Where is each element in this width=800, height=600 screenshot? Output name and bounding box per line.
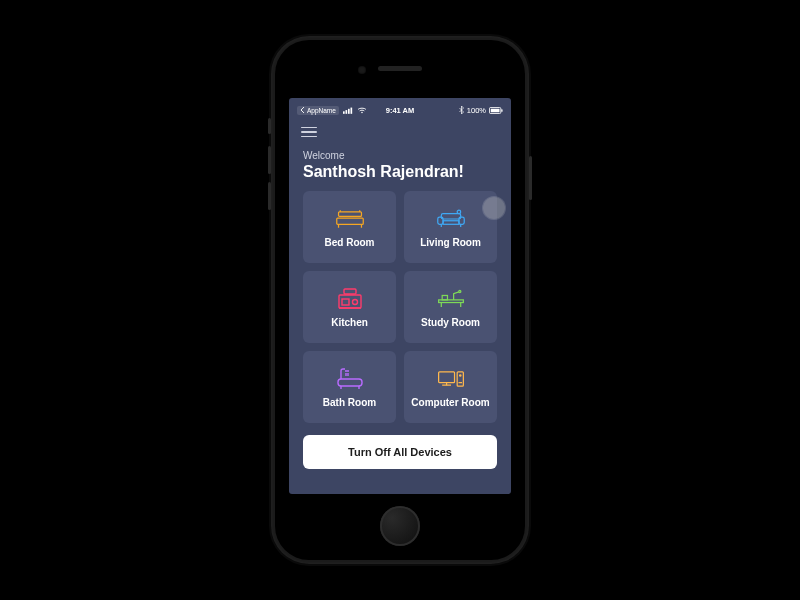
volume-up-button: [268, 146, 271, 174]
svg-rect-0: [343, 111, 345, 114]
status-time: 9:41 AM: [386, 106, 414, 115]
svg-point-4: [361, 111, 363, 113]
front-camera: [358, 66, 366, 74]
welcome-header: Welcome Santhosh Rajendran!: [289, 146, 511, 191]
svg-rect-31: [338, 379, 362, 386]
battery-percent: 100%: [467, 106, 486, 115]
svg-point-40: [459, 374, 460, 375]
turn-off-all-button[interactable]: Turn Off All Devices: [303, 435, 497, 469]
computer-icon: [436, 367, 466, 391]
welcome-label: Welcome: [303, 150, 497, 161]
wifi-icon: [357, 107, 367, 114]
room-label: Bath Room: [323, 397, 376, 408]
home-button[interactable]: [380, 506, 420, 546]
sensor-bar: [283, 48, 517, 88]
bath-icon: [335, 367, 365, 391]
svg-rect-24: [344, 289, 356, 294]
room-tile-study-room[interactable]: Study Room: [404, 271, 497, 343]
cell-signal-icon: [343, 107, 353, 114]
rooms-grid: Bed Room: [289, 191, 511, 423]
bluetooth-icon: [459, 106, 464, 114]
svg-rect-22: [342, 299, 349, 305]
svg-rect-9: [336, 218, 362, 224]
room-tile-kitchen[interactable]: Kitchen: [303, 271, 396, 343]
svg-rect-2: [348, 108, 350, 113]
svg-rect-17: [443, 220, 459, 224]
app-screen: AppName 9:41 AM: [289, 98, 511, 494]
svg-rect-36: [438, 371, 454, 382]
earpiece-speaker: [378, 66, 422, 71]
svg-rect-7: [501, 109, 502, 112]
svg-rect-3: [350, 107, 352, 113]
svg-point-23: [352, 299, 357, 304]
status-bar: AppName 9:41 AM: [289, 102, 511, 118]
user-name: Santhosh Rajendran!: [303, 163, 497, 181]
svg-point-20: [457, 210, 461, 214]
bed-icon: [335, 207, 365, 231]
room-tile-computer-room[interactable]: Computer Room: [404, 351, 497, 423]
svg-rect-30: [442, 295, 447, 299]
svg-rect-6: [491, 108, 500, 112]
back-app-label: AppName: [307, 107, 336, 114]
svg-rect-8: [338, 211, 361, 215]
svg-point-29: [458, 290, 460, 292]
touch-indicator: [483, 197, 505, 219]
room-label: Computer Room: [411, 397, 489, 408]
room-tile-bath-room[interactable]: Bath Room: [303, 351, 396, 423]
sofa-icon: [436, 207, 466, 231]
menu-button[interactable]: [301, 127, 317, 138]
battery-icon: [489, 107, 503, 114]
room-label: Study Room: [421, 317, 480, 328]
phone-frame: AppName 9:41 AM: [271, 36, 529, 564]
power-button: [529, 156, 532, 200]
volume-down-button: [268, 182, 271, 210]
nav-bar: [289, 118, 511, 146]
mute-switch: [268, 118, 271, 134]
svg-rect-14: [441, 213, 460, 218]
turn-off-label: Turn Off All Devices: [348, 446, 452, 458]
svg-rect-39: [457, 371, 463, 385]
room-label: Bed Room: [325, 237, 375, 248]
room-label: Living Room: [420, 237, 481, 248]
desk-icon: [436, 287, 466, 311]
back-to-app-chip[interactable]: AppName: [297, 106, 339, 115]
room-tile-living-room[interactable]: Living Room: [404, 191, 497, 263]
chevron-left-icon: [300, 107, 305, 113]
room-tile-bed-room[interactable]: Bed Room: [303, 191, 396, 263]
kitchen-icon: [335, 287, 365, 311]
svg-rect-1: [345, 110, 347, 114]
room-label: Kitchen: [331, 317, 368, 328]
